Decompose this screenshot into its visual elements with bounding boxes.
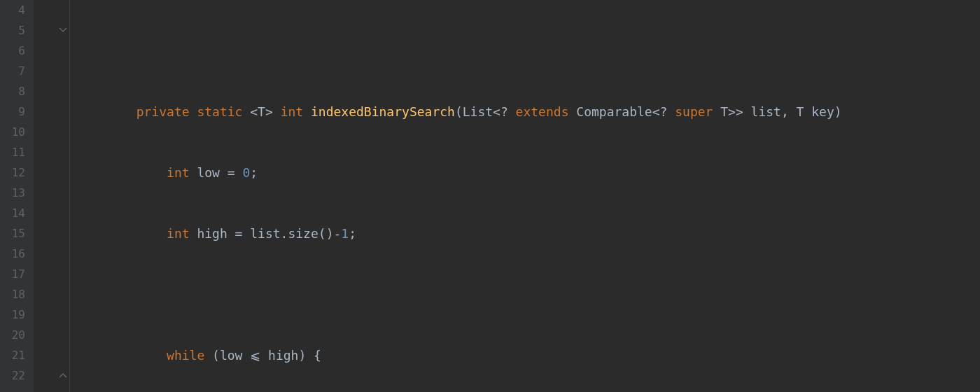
keyword: static xyxy=(197,104,242,119)
line-number: 13 xyxy=(0,183,25,203)
method-name: indexedBinarySearch xyxy=(311,104,455,119)
line-number: 20 xyxy=(0,325,25,345)
line-number: 6 xyxy=(0,41,25,61)
code-line xyxy=(76,41,980,61)
line-number: 10 xyxy=(0,122,25,142)
line-number-gutter: 4 5 6 7 8 9 10 11 12 13 14 15 16 17 18 1… xyxy=(0,0,34,392)
fold-end-icon[interactable] xyxy=(59,371,67,379)
code-text: (low ⩽ high) { xyxy=(204,348,321,363)
keyword: int xyxy=(167,165,190,180)
line-number: 14 xyxy=(0,203,25,223)
code-text: ; xyxy=(349,226,356,241)
generic: <T> xyxy=(250,104,273,119)
code-line xyxy=(76,284,980,304)
code-text: T>> list, T key) xyxy=(720,104,849,119)
line-number: 18 xyxy=(0,284,25,304)
line-number: 15 xyxy=(0,223,25,244)
line-number: 16 xyxy=(0,244,25,264)
line-number: 4 xyxy=(0,0,25,20)
line-number: 21 xyxy=(0,345,25,365)
line-number: 8 xyxy=(0,81,25,102)
line-number: 17 xyxy=(0,264,25,284)
keyword: int xyxy=(167,226,190,241)
fold-column xyxy=(34,0,70,392)
line-number: 22 xyxy=(0,365,25,386)
number: 1 xyxy=(341,226,349,241)
keyword: while xyxy=(167,348,204,363)
code-text: high = list.size()- xyxy=(190,226,342,241)
fold-start-icon[interactable] xyxy=(59,26,67,34)
line-number: 19 xyxy=(0,304,25,325)
line-number: 5 xyxy=(0,20,25,41)
keyword: int xyxy=(281,104,304,119)
code-line: private static <T> int indexedBinarySear… xyxy=(76,102,980,122)
keyword: super xyxy=(675,104,713,119)
line-number: 9 xyxy=(0,102,25,122)
code-text: (List<? xyxy=(455,104,508,119)
keyword: private xyxy=(136,104,190,119)
number: 0 xyxy=(242,165,250,180)
line-number: 11 xyxy=(0,142,25,162)
line-number: 12 xyxy=(0,162,25,183)
code-editor[interactable]: 4 5 6 7 8 9 10 11 12 13 14 15 16 17 18 1… xyxy=(0,0,980,392)
code-text: low = xyxy=(190,165,243,180)
code-line: int high = list.size()-1; xyxy=(76,223,980,244)
keyword: extends xyxy=(516,104,569,119)
line-number: 7 xyxy=(0,61,25,81)
code-line: while (low ⩽ high) { xyxy=(76,345,980,365)
code-text: Comparable<? xyxy=(576,104,667,119)
code-text: ; xyxy=(250,165,258,180)
code-line: int low = 0; xyxy=(76,162,980,183)
code-area[interactable]: private static <T> int indexedBinarySear… xyxy=(70,0,980,392)
